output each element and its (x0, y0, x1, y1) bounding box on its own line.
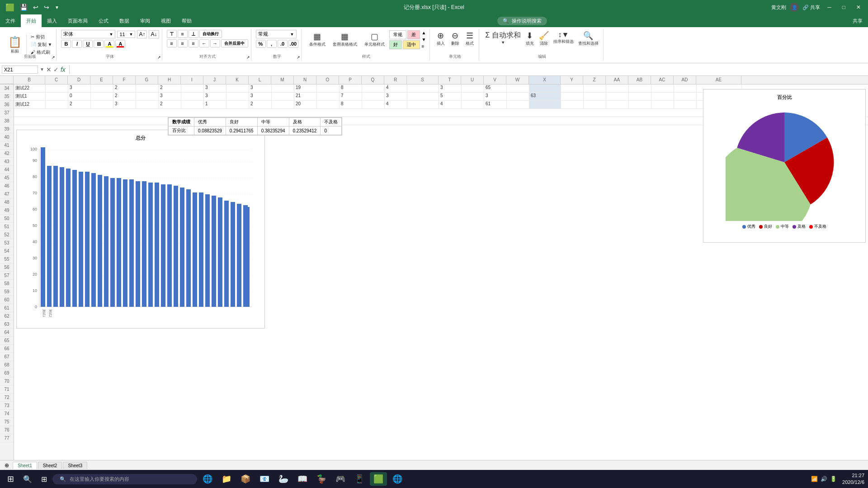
share-btn[interactable]: 共享 (847, 14, 868, 27)
taskbar-search-box[interactable]: 🔍 在这里输入你要搜索的内容 (52, 474, 197, 484)
number-format-selector[interactable]: 常规▼ (256, 30, 297, 38)
col-header-W[interactable]: W (506, 76, 529, 84)
style-good[interactable]: 好 (389, 40, 402, 49)
underline-button[interactable]: U (83, 40, 93, 48)
cell-L36[interactable]: 2 (249, 101, 272, 109)
cell-G36[interactable] (136, 101, 159, 109)
cell-AD36[interactable] (674, 101, 697, 109)
share-icon[interactable]: 🔗 共享 (802, 4, 820, 11)
col-header-D[interactable]: D (68, 76, 90, 84)
cell-S34[interactable] (407, 84, 439, 93)
cell-X34[interactable] (529, 84, 561, 93)
styles-expand-all[interactable]: ≡ (422, 44, 426, 49)
conditional-format-button[interactable]: ▦ 条件格式 (307, 30, 328, 49)
cell-AB36[interactable] (629, 101, 651, 109)
align-middle-button[interactable]: ≡ (178, 30, 188, 38)
cell-L35[interactable]: 3 (249, 93, 272, 101)
indent-inc-button[interactable]: → (210, 39, 220, 47)
col-header-Q[interactable]: Q (362, 76, 384, 84)
volume-icon[interactable]: 🔊 (821, 476, 827, 482)
cell-G35[interactable] (136, 93, 159, 101)
taskbar-excel-icon[interactable]: 🟩 (370, 472, 387, 486)
cell-AB34[interactable] (629, 84, 651, 93)
undo-icon[interactable]: ↩ (31, 3, 40, 12)
user-avatar[interactable]: 👤 (790, 3, 799, 12)
col-header-N[interactable]: N (294, 76, 316, 84)
taskbar-mail-icon[interactable]: 📧 (256, 472, 273, 486)
tab-review[interactable]: 审阅 (135, 14, 156, 27)
clear-button[interactable]: 🧹 清除 (537, 30, 551, 47)
cell-AC36[interactable] (651, 101, 674, 109)
search-bar[interactable]: 🔍 操作说明搜索 (497, 17, 547, 25)
cell-Y34[interactable] (561, 84, 584, 93)
col-header-M[interactable]: M (271, 76, 294, 84)
start-button[interactable]: ⊞ (4, 472, 18, 486)
cell-O34[interactable] (317, 84, 340, 93)
add-sheet-button[interactable]: ⊕ (2, 461, 12, 469)
cell-I35[interactable] (181, 93, 204, 101)
percent-button[interactable]: % (256, 40, 266, 48)
clipboard-expand[interactable]: ↗ (52, 55, 55, 60)
taskbar-folder-icon[interactable]: 📁 (218, 472, 235, 486)
cell-O35[interactable] (317, 93, 340, 101)
cell-S35[interactable] (407, 93, 439, 101)
taskbar-store-icon[interactable]: 📦 (237, 472, 254, 486)
cell-AC35[interactable] (651, 93, 674, 101)
tab-insert[interactable]: 插入 (42, 14, 62, 27)
cell-B34[interactable]: 测试22 (14, 84, 46, 93)
cell-V36[interactable]: 61 (484, 101, 507, 109)
cell-S36[interactable] (407, 101, 439, 109)
task-view-button[interactable]: ⊞ (38, 473, 51, 485)
name-box[interactable]: X21 (2, 66, 38, 74)
cell-Q36[interactable] (362, 101, 385, 109)
cell-O36[interactable] (317, 101, 340, 109)
font-expand[interactable]: ↗ (157, 55, 161, 60)
style-bad[interactable]: 差 (407, 30, 420, 39)
col-header-AE[interactable]: AE (696, 76, 741, 84)
col-header-F[interactable]: F (113, 76, 136, 84)
cell-L34[interactable]: 3 (249, 84, 272, 93)
col-header-AA[interactable]: AA (606, 76, 628, 84)
tab-data[interactable]: 数据 (114, 14, 135, 27)
fill-button[interactable]: ⬇ 填充 (524, 30, 536, 47)
cell-V34[interactable]: 65 (484, 84, 507, 93)
cell-B35[interactable]: 测试1 (14, 93, 46, 101)
wrap-text-button[interactable]: 自动换行 (199, 30, 222, 38)
cell-W34[interactable] (507, 84, 529, 93)
cell-R35[interactable]: 3 (385, 93, 407, 101)
cell-T35[interactable]: 5 (439, 93, 462, 101)
cell-E36[interactable] (91, 101, 113, 109)
col-header-L[interactable]: L (249, 76, 271, 84)
thousands-button[interactable]: , (267, 40, 277, 48)
col-header-V[interactable]: V (484, 76, 506, 84)
table-format-button[interactable]: ▦ 套用表格格式 (330, 30, 360, 49)
col-header-U[interactable]: U (461, 76, 484, 84)
tab-page-layout[interactable]: 页面布局 (62, 14, 93, 27)
cell-C36[interactable] (46, 101, 68, 109)
cell-M34[interactable] (272, 84, 294, 93)
taskbar-app8[interactable]: 🎮 (332, 472, 349, 486)
font-size-inc[interactable]: A↑ (137, 30, 147, 38)
styles-expand-down[interactable]: ▼ (422, 37, 426, 42)
cell-C35[interactable] (46, 93, 68, 101)
col-header-T[interactable]: T (439, 76, 461, 84)
tab-file[interactable]: 文件 (0, 14, 21, 27)
formula-cancel-icon[interactable]: ✕ (46, 66, 52, 73)
font-color-button[interactable]: A (115, 40, 125, 48)
cell-M36[interactable] (272, 101, 294, 109)
cell-P34[interactable]: 8 (340, 84, 362, 93)
cell-K34[interactable] (226, 84, 249, 93)
battery-icon[interactable]: 🔋 (830, 476, 837, 482)
cell-N34[interactable]: 19 (294, 84, 317, 93)
number-expand[interactable]: ↗ (297, 55, 300, 60)
bar-chart[interactable]: 总分 0 10 20 30 40 50 60 70 80 90 (16, 130, 265, 328)
sort-filter-button[interactable]: ↕▼ 排序和筛选 (552, 30, 576, 47)
indent-dec-button[interactable]: ← (199, 39, 209, 47)
copy-button[interactable]: 📄 复制 ▼ (29, 41, 53, 48)
align-top-button[interactable]: ⊤ (167, 30, 177, 38)
cell-T36[interactable]: 4 (439, 101, 462, 109)
cell-X35[interactable]: 63 (529, 93, 561, 101)
sheet-tab-1[interactable]: Sheet1 (13, 462, 37, 469)
col-header-O[interactable]: O (316, 76, 339, 84)
cell-F35[interactable]: 2 (113, 93, 136, 101)
